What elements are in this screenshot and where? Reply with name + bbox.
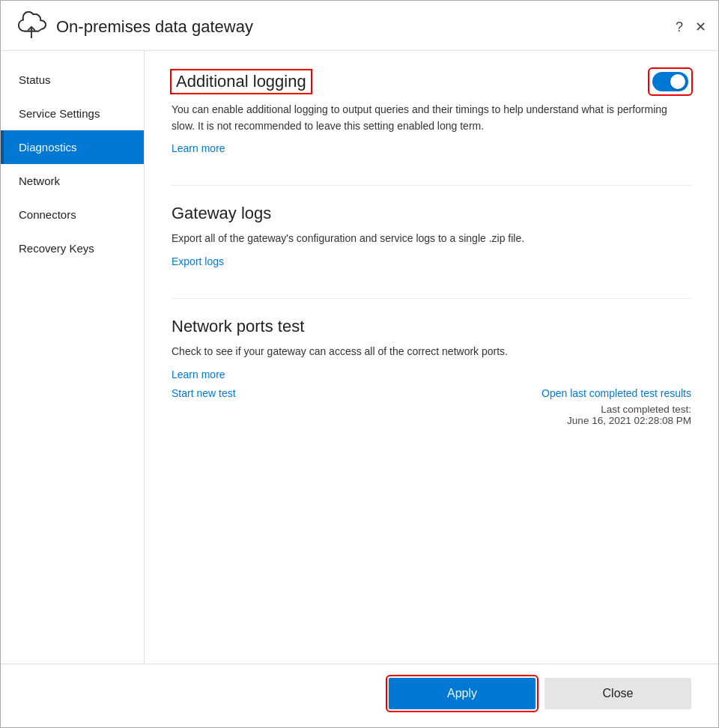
gateway-logs-header: Gateway logs	[172, 204, 691, 223]
sidebar-item-recovery-keys[interactable]: Recovery Keys	[1, 231, 144, 265]
additional-logging-toggle-wrap	[649, 69, 691, 94]
footer: Apply Close	[1, 664, 718, 727]
toggle-thumb	[670, 74, 685, 89]
divider-2	[172, 298, 691, 299]
gateway-logs-desc: Export all of the gateway's configuratio…	[172, 231, 691, 247]
start-new-test-link[interactable]: Start new test	[172, 387, 236, 399]
sidebar-item-connectors[interactable]: Connectors	[1, 198, 144, 231]
test-links-row: Start new test Open last completed test …	[172, 387, 691, 399]
sidebar: Status Service Settings Diagnostics Netw…	[1, 51, 145, 664]
additional-logging-learn-more[interactable]: Learn more	[172, 142, 225, 154]
network-ports-desc: Check to see if your gateway can access …	[172, 344, 691, 360]
title-left: On-premises data gateway	[16, 11, 253, 43]
window-title: On-premises data gateway	[56, 17, 253, 37]
close-button[interactable]: ✕	[695, 19, 706, 35]
additional-logging-toggle[interactable]	[652, 72, 688, 91]
help-button[interactable]: ?	[676, 19, 683, 35]
main-window: On-premises data gateway ? ✕ Status Serv…	[0, 0, 719, 728]
additional-logging-desc: You can enable additional logging to out…	[172, 102, 691, 134]
apply-button[interactable]: Apply	[389, 678, 536, 709]
sidebar-item-status[interactable]: Status	[1, 63, 144, 97]
sidebar-item-diagnostics[interactable]: Diagnostics	[1, 130, 144, 164]
open-last-results-link[interactable]: Open last completed test results	[541, 387, 691, 399]
last-completed-info: Last completed test: June 16, 2021 02:28…	[172, 404, 691, 426]
last-completed-label: Last completed test:	[172, 404, 691, 415]
additional-logging-header: Additional logging	[172, 69, 691, 94]
gateway-logs-title: Gateway logs	[172, 204, 271, 223]
additional-logging-section: Additional logging You can enable additi…	[172, 69, 691, 155]
network-ports-title: Network ports test	[172, 317, 304, 336]
network-ports-learn-more[interactable]: Learn more	[172, 368, 225, 380]
divider-1	[172, 185, 691, 186]
main-content: Additional logging You can enable additi…	[145, 51, 718, 664]
cloud-gateway-icon	[16, 11, 47, 43]
last-completed-date: June 16, 2021 02:28:08 PM	[172, 415, 691, 426]
network-ports-test-section: Network ports test Check to see if your …	[172, 317, 691, 426]
additional-logging-title: Additional logging	[172, 70, 311, 93]
network-ports-header: Network ports test	[172, 317, 691, 336]
sidebar-item-network[interactable]: Network	[1, 164, 144, 198]
sidebar-item-service-settings[interactable]: Service Settings	[1, 97, 144, 130]
body: Status Service Settings Diagnostics Netw…	[1, 51, 718, 664]
title-controls: ? ✕	[676, 19, 706, 35]
gateway-logs-section: Gateway logs Export all of the gateway's…	[172, 204, 691, 268]
close-button[interactable]: Close	[544, 678, 691, 709]
toggle-track[interactable]	[652, 72, 688, 91]
export-logs-link[interactable]: Export logs	[172, 255, 224, 267]
title-bar: On-premises data gateway ? ✕	[1, 1, 718, 51]
